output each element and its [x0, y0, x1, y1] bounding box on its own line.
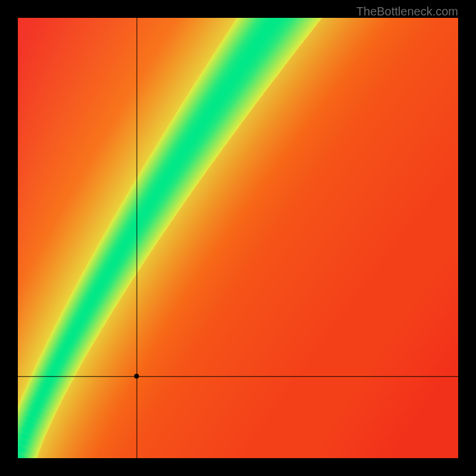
- watermark-text: TheBottleneck.com: [356, 5, 458, 18]
- chart-container: TheBottleneck.com: [0, 0, 476, 476]
- heatmap-canvas: [18, 18, 458, 458]
